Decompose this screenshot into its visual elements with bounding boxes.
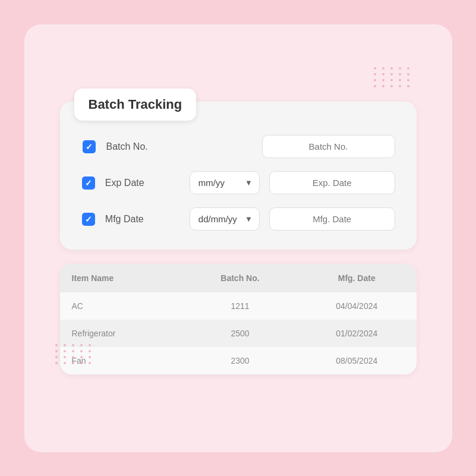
checkbox-exp-date[interactable]: ✓ [82, 176, 95, 190]
title-badge: Batch Tracking [74, 89, 197, 121]
col-header-item-name: Item Name [60, 264, 184, 292]
col-header-mfg-date: Mfg. Date [297, 264, 417, 292]
form-rows: ✓ Batch No. ✓ Exp Date mm/yy [81, 135, 395, 231]
input-batch-no[interactable] [262, 135, 395, 158]
input-exp-date[interactable] [269, 171, 395, 194]
cell-mfg-1: 01/02/2024 [297, 320, 417, 347]
table-row: AC 1211 04/04/2024 [60, 292, 417, 320]
select-wrapper-exp-date: mm/yy dd/mm/yy mm/dd/yy yy/mm/dd ▼ [190, 171, 260, 194]
select-mfg-date[interactable]: dd/mm/yy mm/yy mm/dd/yy yy/mm/dd [190, 207, 260, 231]
outer-card: Batch Tracking ✓ Batch No. ✓ [24, 24, 452, 452]
checkmark-exp-date: ✓ [85, 179, 92, 187]
form-row-batch-no: ✓ Batch No. [81, 135, 395, 158]
label-mfg-date: Mfg Date [105, 214, 171, 225]
checkbox-mfg-date[interactable]: ✓ [82, 213, 95, 226]
batch-table: Item Name Batch No. Mfg. Date AC 1211 04… [60, 264, 417, 374]
cell-mfg-2: 08/05/2024 [297, 347, 417, 374]
table-row: Refrigerator 2500 01/02/2024 [60, 320, 417, 347]
table-card: Item Name Batch No. Mfg. Date AC 1211 04… [60, 264, 417, 374]
page-title: Batch Tracking [89, 97, 182, 112]
dot-pattern-bottom-left [55, 344, 93, 364]
label-exp-date: Exp Date [105, 178, 171, 188]
form-row-exp-date: ✓ Exp Date mm/yy dd/mm/yy mm/dd/yy yy/mm… [81, 171, 395, 194]
table-row: Fan 2300 08/05/2024 [60, 347, 417, 374]
checkbox-batch-no[interactable]: ✓ [83, 140, 96, 153]
cell-batch-2: 2300 [183, 347, 297, 374]
form-row-mfg-date: ✓ Mfg Date dd/mm/yy mm/yy mm/dd/yy yy/mm… [81, 207, 395, 231]
cell-item-1: Refrigerator [60, 320, 184, 347]
checkmark-batch-no: ✓ [86, 143, 93, 151]
select-wrapper-mfg-date: dd/mm/yy mm/yy mm/dd/yy yy/mm/dd ▼ [190, 207, 260, 231]
dot-pattern-top-right [374, 67, 412, 87]
input-mfg-date[interactable] [269, 207, 395, 231]
form-card: Batch Tracking ✓ Batch No. ✓ [60, 102, 417, 250]
checkmark-mfg-date: ✓ [85, 215, 92, 223]
cell-mfg-0: 04/04/2024 [297, 292, 417, 320]
checkbox-wrapper-batch-no: ✓ [81, 139, 97, 155]
col-header-batch-no: Batch No. [183, 264, 297, 292]
table-header-row: Item Name Batch No. Mfg. Date [60, 264, 417, 292]
cell-batch-1: 2500 [183, 320, 297, 347]
label-batch-no: Batch No. [106, 141, 172, 152]
select-exp-date[interactable]: mm/yy dd/mm/yy mm/dd/yy yy/mm/dd [190, 171, 260, 194]
checkbox-wrapper-exp-date: ✓ [81, 175, 96, 191]
cell-item-0: AC [60, 292, 184, 320]
checkbox-wrapper-mfg-date: ✓ [81, 212, 96, 227]
cell-batch-0: 1211 [183, 292, 297, 320]
